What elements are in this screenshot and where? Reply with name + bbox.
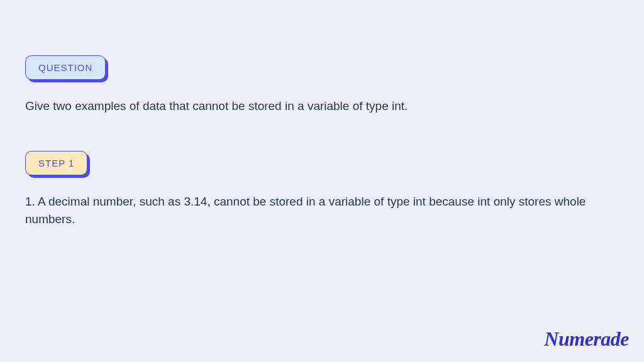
question-badge: QUESTION <box>25 55 106 80</box>
step-badge-wrapper: STEP 1 <box>25 151 87 175</box>
content-area: QUESTION Give two examples of data that … <box>0 0 644 229</box>
step-badge: STEP 1 <box>25 151 87 175</box>
question-text: Give two examples of data that cannot be… <box>25 97 619 116</box>
step-text: 1. A decimal number, such as 3.14, canno… <box>25 193 619 229</box>
question-badge-wrapper: QUESTION <box>25 55 106 80</box>
step-badge-label: STEP 1 <box>38 158 74 168</box>
brand-logo: Numerade <box>544 327 629 351</box>
question-badge-label: QUESTION <box>38 62 92 73</box>
